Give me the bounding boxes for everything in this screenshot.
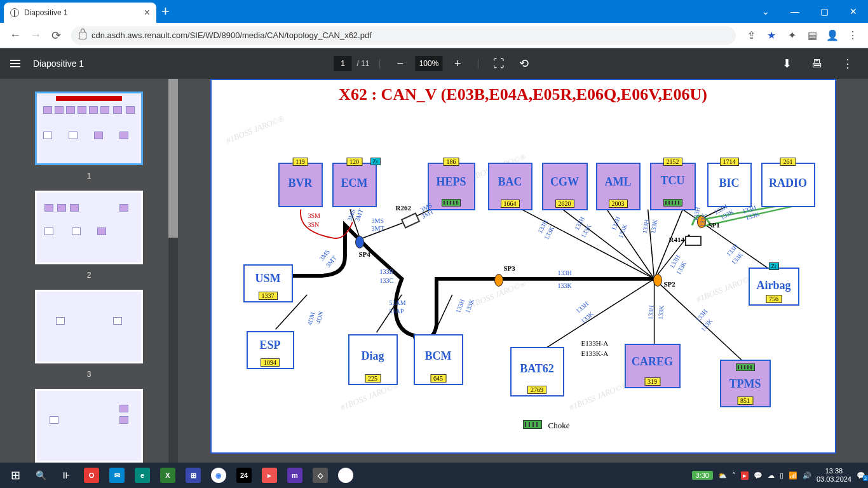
app-menu-icon[interactable]: ▤ xyxy=(802,25,822,46)
print-button[interactable]: 🖶 xyxy=(807,53,827,74)
pdf-page: X62 : CAN_V (E03B,E04A,E05R,E06Q,E06V,E0… xyxy=(210,79,836,454)
node-cgw: CGW 2620 xyxy=(542,163,588,210)
document-viewport[interactable]: X62 : CAN_V (E03B,E04A,E05R,E06Q,E06V,E0… xyxy=(178,79,868,463)
sp2-label: SP2 xyxy=(664,280,675,288)
tray-wifi-icon[interactable]: 📶 xyxy=(789,471,797,480)
svg-line-1 xyxy=(562,210,654,279)
globe-icon xyxy=(10,8,19,17)
connector-r414 xyxy=(685,236,702,246)
wire-label: 53AP xyxy=(390,308,404,315)
chrome-menu-icon[interactable]: ⋮ xyxy=(843,25,863,46)
wire-label: 133K xyxy=(580,310,595,325)
document-name: Diapositive 1 xyxy=(33,58,84,69)
wire-label: 133H xyxy=(646,305,654,320)
app-store[interactable]: ⊞ xyxy=(180,464,206,487)
zoom-in-button[interactable]: + xyxy=(447,53,468,74)
wire-label: 133K xyxy=(656,305,665,320)
bookmark-icon[interactable]: ★ xyxy=(761,25,782,46)
watermark: #1BOSS JARO©® xyxy=(567,380,628,412)
app-cortana[interactable]: O xyxy=(79,464,104,487)
rotate-button[interactable]: ⟲ xyxy=(514,53,534,74)
fit-button[interactable]: ⛶ xyxy=(489,53,509,74)
reload-button[interactable]: ⟳ xyxy=(46,25,66,46)
window-minimize-button[interactable]: — xyxy=(780,0,810,23)
tray-battery-icon[interactable]: ▯ xyxy=(780,471,783,480)
watermark: #1BOSS JARO©® xyxy=(339,380,400,412)
browser-tab[interactable]: Diapositive 1 × xyxy=(4,3,156,23)
node-tpms: TPMS 851 xyxy=(720,360,771,407)
tray-onedrive-icon[interactable]: ☁ xyxy=(768,471,775,480)
splice-sp4 xyxy=(355,236,364,248)
wire-label: 133H xyxy=(641,219,650,234)
thumbnail-1[interactable] xyxy=(35,92,143,165)
node-airbag: Zt Airbag 756 xyxy=(749,268,799,306)
diagram-title: X62 : CAN_V (E03B,E04A,E05R,E06Q,E06V,E0… xyxy=(212,85,835,104)
r414-label: R414 xyxy=(669,236,684,243)
app-anydesk[interactable]: ▸ xyxy=(257,464,282,487)
node-esp: ESP 1094 xyxy=(247,331,294,369)
thumbnail-2[interactable] xyxy=(35,191,143,264)
tab-close-icon[interactable]: × xyxy=(144,7,150,18)
start-button[interactable]: ⊞ xyxy=(3,464,28,487)
thumbnail-3[interactable] xyxy=(35,290,143,363)
pdf-toolbar: Diapositive 1 / 11 | − 100% + | ⛶ ⟲ ⬇ 🖶 … xyxy=(0,48,868,79)
tab-title: Diapositive 1 xyxy=(24,8,68,17)
zoom-level[interactable]: 100% xyxy=(416,56,443,71)
thumbnail-panel: 1 2 3 xyxy=(0,79,178,463)
tray-volume-icon[interactable]: 🔊 xyxy=(803,471,811,480)
extensions-icon[interactable]: ✦ xyxy=(782,25,802,46)
url-field[interactable]: cdn.asdh.aws.renault.com/SIE/WD/8900/med… xyxy=(71,26,736,45)
tray-chevron-icon[interactable]: ˄ xyxy=(732,471,736,480)
share-icon[interactable]: ⇪ xyxy=(741,25,761,46)
window-close-button[interactable]: ✕ xyxy=(839,0,868,23)
thumbnail-scrollbar-track[interactable] xyxy=(168,79,178,463)
taskbar-clock[interactable]: 13:38 03.03.2024 xyxy=(817,467,851,484)
wire-label: 3MS xyxy=(372,217,384,224)
battery-time-badge[interactable]: 3:30 xyxy=(692,471,713,480)
wire-label: E133K-A xyxy=(581,349,609,357)
task-view-button[interactable]: ⊪ xyxy=(53,464,79,487)
page-number-input[interactable] xyxy=(334,56,351,71)
app-edge[interactable]: e xyxy=(130,464,155,487)
node-bvr: 119 BVR xyxy=(278,163,323,207)
legend-choke-label: Choke xyxy=(548,421,570,431)
weather-icon[interactable]: ⛅ xyxy=(718,471,727,480)
app-chrome[interactable]: ◉ xyxy=(206,464,231,487)
forward-button[interactable]: → xyxy=(25,25,46,46)
hamburger-icon[interactable] xyxy=(10,60,20,67)
window-maximize-button[interactable]: ▢ xyxy=(810,0,839,23)
page-separator: / 11 xyxy=(356,59,369,68)
wire-label: E133H-A xyxy=(581,339,609,347)
window-dropdown-button[interactable]: ⌄ xyxy=(751,0,780,23)
app-mail[interactable]: ✉ xyxy=(104,464,130,487)
app-24[interactable]: 24 xyxy=(231,464,257,487)
new-tab-button[interactable]: + xyxy=(161,3,170,20)
thumbnail-scrollbar-thumb[interactable] xyxy=(168,79,178,238)
back-button[interactable]: ← xyxy=(5,25,25,46)
notification-icon[interactable]: 💬3 xyxy=(857,471,865,480)
wire-label: 53AM xyxy=(390,299,406,306)
download-button[interactable]: ⬇ xyxy=(776,53,797,74)
content-area: 1 2 3 xyxy=(0,79,868,463)
watermark: #1BOSS JARO©® xyxy=(224,113,285,146)
app-excel[interactable]: X xyxy=(155,464,180,487)
app-m[interactable]: m xyxy=(282,464,308,487)
tray-chat-icon[interactable]: 💬 xyxy=(754,471,763,480)
node-careg: CAREG 319 xyxy=(625,344,681,388)
node-bcm: BCM 645 xyxy=(414,334,463,385)
app-renault[interactable]: ◇ xyxy=(308,464,333,487)
profile-icon[interactable]: 👤 xyxy=(822,25,843,46)
url-text: cdn.asdh.aws.renault.com/SIE/WD/8900/med… xyxy=(92,30,372,40)
search-button[interactable]: 🔍 xyxy=(28,464,53,487)
node-bac: BAC 1664 xyxy=(488,163,532,210)
wire-label: 133C xyxy=(380,277,394,284)
thumbnail-4[interactable] xyxy=(35,389,143,463)
pdf-more-button[interactable]: ⋮ xyxy=(837,53,858,74)
sp3-label: SP3 xyxy=(504,264,515,272)
zoom-out-button[interactable]: − xyxy=(390,53,410,74)
app-chrome-2[interactable]: ◉ xyxy=(333,464,358,487)
tray-app-icon[interactable]: ▸ xyxy=(741,471,749,480)
node-heps: 186 HEPS xyxy=(428,163,475,210)
node-bat62: BAT62 2769 xyxy=(510,347,564,396)
wire-label: 4DM xyxy=(306,311,316,326)
